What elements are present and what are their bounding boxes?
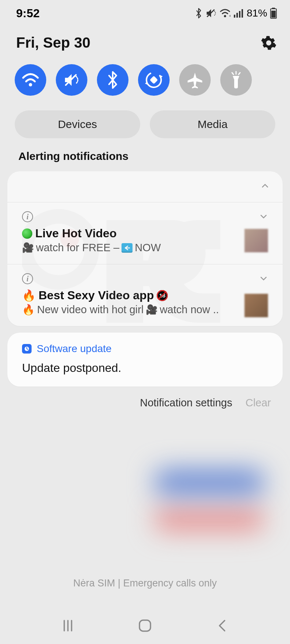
devices-pill[interactable]: Devices [15, 110, 140, 138]
svg-rect-5 [234, 15, 235, 18]
notification-thumbnail [244, 229, 268, 252]
bluetooth-icon [107, 71, 119, 89]
notification-item[interactable]: i 🔥 Best Sexy Video app 18 🔥 Ne [7, 264, 283, 326]
media-pill[interactable]: Media [150, 110, 275, 138]
home-icon [137, 618, 153, 633]
expand-notification-button[interactable] [259, 274, 268, 284]
software-update-body: Update postponed. [22, 361, 268, 375]
fire-icon: 🔥 [22, 304, 35, 316]
quick-settings-row [0, 51, 290, 96]
svg-rect-8 [242, 9, 243, 18]
chevron-up-icon [261, 182, 269, 190]
date-label: Fri, Sep 30 [16, 34, 90, 51]
alerting-section-title: Alerting notifications [0, 138, 290, 162]
green-dot-icon [22, 228, 32, 239]
mute-vibrate-icon [63, 72, 80, 88]
back-button[interactable] [211, 615, 233, 637]
status-time: 9:52 [16, 7, 40, 20]
flashlight-icon [229, 71, 243, 89]
notification-subtitle-b: watch now .. [160, 304, 219, 316]
svg-rect-25 [139, 620, 151, 631]
settings-button[interactable] [261, 35, 277, 51]
qs-wifi[interactable] [15, 64, 46, 96]
wifi-icon: + [220, 9, 231, 18]
svg-text:+: + [229, 14, 231, 18]
qs-flashlight[interactable] [220, 64, 252, 96]
status-bar: 9:52 + 81% [0, 0, 290, 22]
no-under-18-icon: 18 [157, 290, 168, 301]
notification-subtitle-a: watch for FREE – [36, 242, 119, 254]
expand-notification-button[interactable] [259, 212, 268, 222]
airplane-icon [186, 71, 204, 89]
qs-bluetooth[interactable] [97, 64, 128, 96]
qs-sound[interactable] [56, 64, 87, 96]
qs-airplane[interactable] [179, 64, 211, 96]
clear-button[interactable]: Clear [246, 397, 271, 409]
notification-title: Best Sexy Video app [39, 289, 154, 302]
mute-vibrate-icon [206, 8, 217, 18]
notification-subtitle-b: NOW [135, 242, 161, 254]
camera-icon: 🎥 [22, 242, 34, 253]
shade-header: Fri, Sep 30 [0, 22, 290, 51]
software-update-label: Software update [37, 343, 112, 355]
battery-percent: 81% [247, 7, 267, 19]
notification-item[interactable]: i Live Hot Video 🎥 watch for FREE – [7, 202, 283, 264]
svg-point-12 [29, 83, 32, 87]
chevron-down-icon [259, 212, 268, 221]
software-update-card[interactable]: Software update Update postponed. [7, 333, 283, 387]
recents-icon [61, 618, 75, 633]
notification-subtitle-a: New video with hot girl [37, 304, 144, 316]
camera-icon: 🎥 [146, 304, 157, 315]
home-button[interactable] [134, 615, 156, 637]
qs-rotate[interactable] [138, 64, 170, 96]
arrow-left-box-icon [122, 243, 133, 253]
svg-rect-7 [239, 11, 240, 18]
signal-icon [233, 9, 243, 18]
back-icon [217, 618, 228, 633]
navigation-bar [0, 607, 290, 644]
chevron-down-icon [259, 274, 268, 283]
info-icon: i [22, 273, 33, 284]
svg-line-20 [239, 73, 240, 74]
svg-rect-15 [150, 76, 158, 84]
software-update-icon [22, 344, 32, 354]
notification-group-card[interactable]: i Live Hot Video 🎥 watch for FREE – [7, 171, 283, 326]
battery-icon [270, 8, 277, 19]
notification-settings-button[interactable]: Notification settings [140, 397, 232, 409]
info-icon: i [22, 211, 33, 222]
svg-point-3 [224, 15, 226, 17]
svg-rect-11 [271, 11, 276, 18]
gear-icon [261, 35, 276, 51]
recents-button[interactable] [57, 615, 79, 637]
bluetooth-icon [195, 8, 203, 19]
wifi-icon [22, 73, 39, 87]
svg-rect-6 [236, 13, 238, 18]
notification-thumbnail [244, 294, 268, 317]
auto-rotate-icon [145, 71, 163, 89]
fire-icon: 🔥 [22, 289, 36, 302]
collapse-group-button[interactable] [261, 182, 269, 192]
svg-line-19 [232, 73, 233, 74]
notification-title: Live Hot Video [35, 227, 117, 240]
sim-status: Nėra SIM | Emergency calls only [0, 578, 290, 589]
